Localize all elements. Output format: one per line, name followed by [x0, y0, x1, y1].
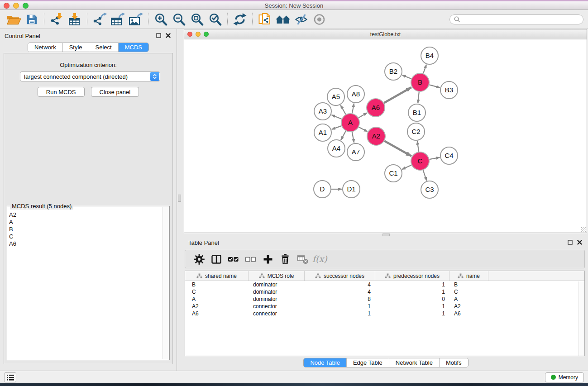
- node-D1[interactable]: D1: [343, 181, 360, 198]
- column-header-shared-name[interactable]: shared name: [185, 271, 249, 281]
- run-mcds-button[interactable]: Run MCDS: [38, 87, 85, 97]
- table-row[interactable]: Bdominator41B: [185, 281, 584, 288]
- node-A7[interactable]: A7: [347, 143, 364, 161]
- node-A3[interactable]: A3: [314, 103, 331, 120]
- apply-layout-button[interactable]: [231, 12, 249, 27]
- edge-A6-B[interactable]: [384, 87, 411, 103]
- node-A5[interactable]: A5: [327, 88, 344, 105]
- float-icon[interactable]: [156, 33, 163, 39]
- mcds-list-scrollbar[interactable]: [163, 207, 168, 359]
- node-A6[interactable]: A6: [367, 99, 385, 117]
- column-header-successor-nodes[interactable]: successor nodes: [305, 271, 375, 281]
- node-B3[interactable]: B3: [440, 81, 458, 99]
- edge-B-B4[interactable]: [423, 65, 426, 73]
- edge-B-B1[interactable]: [418, 92, 419, 103]
- table-tab-edge-table[interactable]: Edge Table: [346, 358, 389, 367]
- node-B2[interactable]: B2: [385, 63, 402, 80]
- tab-style[interactable]: Style: [62, 43, 89, 52]
- edge-A-A3[interactable]: [331, 115, 341, 119]
- vertical-splitter-handle[interactable]: [178, 195, 181, 202]
- float-icon[interactable]: [567, 239, 574, 246]
- edge-A2-C[interactable]: [384, 141, 411, 156]
- table-row[interactable]: A2connector11A2: [185, 303, 584, 310]
- memory-button[interactable]: Memory: [545, 372, 584, 382]
- mcds-result-item[interactable]: A6: [9, 240, 162, 248]
- delete-column-button[interactable]: [277, 252, 294, 267]
- zoom-fit-button[interactable]: [188, 12, 206, 27]
- node-C3[interactable]: C3: [421, 181, 438, 198]
- zoom-in-button[interactable]: [152, 12, 170, 27]
- zoom-selected-button[interactable]: [206, 12, 224, 27]
- table-row[interactable]: Adominator80A: [185, 295, 584, 303]
- import-network-button[interactable]: [48, 12, 66, 27]
- birdseye-view-button[interactable]: [310, 12, 328, 27]
- search-field[interactable]: [449, 14, 583, 24]
- tab-network[interactable]: Network: [28, 43, 62, 52]
- close-icon[interactable]: [165, 33, 172, 39]
- node-B[interactable]: B: [411, 73, 429, 91]
- mcds-result-item[interactable]: A2: [9, 211, 162, 219]
- select-all-columns-button[interactable]: [225, 252, 242, 267]
- edge-B-B2[interactable]: [402, 75, 411, 79]
- edge-A-A8[interactable]: [352, 104, 354, 114]
- open-session-button[interactable]: [5, 12, 23, 27]
- node-B1[interactable]: B1: [408, 104, 425, 121]
- edge-A-A6[interactable]: [359, 113, 367, 118]
- network-canvas[interactable]: A A1 A2 A3 A4 A5 A6 A7 A8 B B1 B2 B3: [184, 39, 587, 233]
- node-A[interactable]: A: [341, 114, 359, 132]
- mcds-result-list[interactable]: A2ABCA6: [9, 208, 162, 359]
- node-C2[interactable]: C2: [407, 123, 425, 140]
- export-image-button[interactable]: [127, 12, 145, 27]
- node-B4[interactable]: B4: [421, 47, 438, 64]
- tab-mcds[interactable]: MCDS: [118, 43, 148, 52]
- show-networks-button[interactable]: [274, 12, 292, 27]
- column-header-name[interactable]: name: [449, 271, 488, 281]
- table-scrollbar[interactable]: [578, 281, 584, 356]
- node-C1[interactable]: C1: [385, 165, 402, 182]
- export-table-button[interactable]: [109, 12, 127, 27]
- edge-A-A7[interactable]: [352, 132, 354, 143]
- node-A8[interactable]: A8: [347, 86, 364, 103]
- node-A4[interactable]: A4: [328, 140, 345, 157]
- resize-grip[interactable]: [581, 227, 586, 232]
- unselect-all-columns-button[interactable]: [242, 252, 259, 267]
- close-panel-button[interactable]: Close panel: [91, 87, 139, 97]
- edge-C-C3[interactable]: [423, 170, 427, 181]
- table-row[interactable]: A6connector11A6: [185, 310, 584, 317]
- node-A1[interactable]: A1: [314, 124, 331, 141]
- table-tab-node-table[interactable]: Node Table: [304, 358, 346, 367]
- node-C[interactable]: C: [411, 152, 429, 170]
- save-session-button[interactable]: [23, 12, 41, 27]
- edge-A-A1[interactable]: [332, 126, 341, 129]
- mcds-result-item[interactable]: C: [9, 233, 162, 240]
- task-history-button[interactable]: [4, 372, 16, 382]
- zoom-out-button[interactable]: [170, 12, 188, 27]
- search-input[interactable]: [460, 16, 579, 23]
- tab-select[interactable]: Select: [89, 43, 118, 52]
- duplicate-network-button[interactable]: [256, 12, 274, 27]
- import-table-button[interactable]: [66, 12, 84, 27]
- table-tab-network-table[interactable]: Network Table: [389, 358, 439, 367]
- node-A2[interactable]: A2: [367, 127, 385, 145]
- create-column-button[interactable]: [259, 252, 277, 267]
- edge-A-A5[interactable]: [340, 105, 345, 114]
- mcds-result-item[interactable]: A: [9, 219, 162, 226]
- hide-graphics-details-button[interactable]: [292, 12, 310, 27]
- edge-C-C2[interactable]: [417, 141, 419, 152]
- show-column-button[interactable]: [208, 252, 225, 267]
- edge-C-C1[interactable]: [402, 165, 411, 170]
- criterion-dropdown[interactable]: largest connected component (directed): [20, 71, 160, 81]
- column-header-predecessor-nodes[interactable]: predecessor nodes: [375, 271, 449, 281]
- edge-A-A2[interactable]: [359, 127, 368, 132]
- column-header-MCDS-role[interactable]: MCDS role: [249, 271, 305, 281]
- table-settings-button[interactable]: [191, 252, 208, 267]
- export-network-button[interactable]: [91, 12, 109, 27]
- edge-A-A4[interactable]: [341, 131, 346, 140]
- close-icon[interactable]: [577, 239, 583, 246]
- edge-B-B3[interactable]: [429, 85, 440, 87]
- edge-C-C4[interactable]: [430, 157, 440, 159]
- table-tab-motifs[interactable]: Motifs: [439, 358, 468, 367]
- table-row[interactable]: Cdominator41C: [185, 288, 584, 295]
- mcds-result-item[interactable]: B: [9, 226, 162, 233]
- node-D[interactable]: D: [314, 181, 331, 198]
